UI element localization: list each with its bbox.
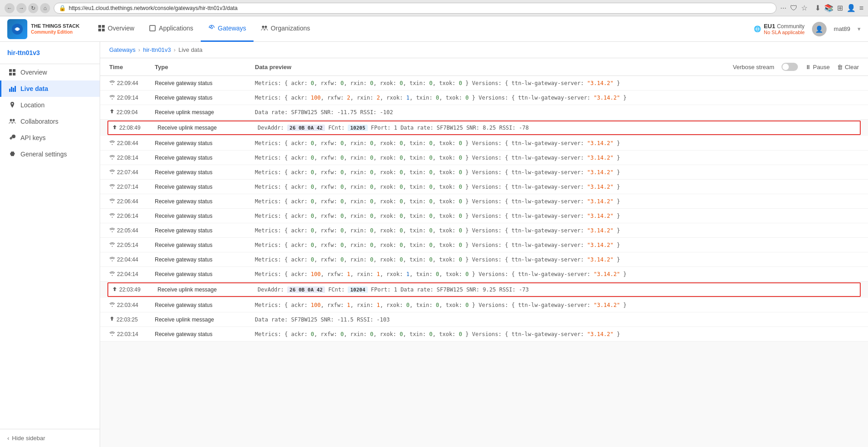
row-type: Receive gateway status: [155, 184, 255, 190]
sidebar-item-apikeys[interactable]: API keys: [0, 130, 100, 146]
time-value: 22:08:14: [117, 155, 138, 161]
row-time: 22:09:44: [109, 80, 155, 87]
user-avatar[interactable]: 👤: [812, 22, 827, 36]
table-row[interactable]: 22:04:44Receive gateway statusMetrics: {…: [100, 252, 868, 267]
table-row[interactable]: 22:03:14Receive gateway statusMetrics: {…: [100, 327, 868, 342]
time-value: 22:07:14: [117, 184, 138, 190]
table-row[interactable]: 22:06:14Receive gateway statusMetrics: {…: [100, 209, 868, 223]
row-data: DevAddr: 26 0B 0A 42 FCnt: 10204 FPort: …: [258, 286, 856, 293]
row-type: Receive uplink message: [155, 316, 255, 323]
table-row[interactable]: 22:03:49Receive uplink messageDevAddr: 2…: [107, 282, 861, 297]
table-row[interactable]: 22:05:14Receive gateway statusMetrics: {…: [100, 238, 868, 252]
table-row[interactable]: 22:04:14Receive gateway statusMetrics: {…: [100, 267, 868, 281]
globe-icon: 🌐: [754, 25, 761, 32]
col-header-type: Type: [155, 64, 255, 70]
row-time: 22:05:14: [109, 241, 155, 249]
app-layout: hir-ttn01v3 Overview Live data Location …: [0, 42, 868, 447]
row-data: Metrics: { ackr: 100, rxfw: 1, rxin: 1, …: [255, 302, 859, 308]
wifi-icon: [109, 212, 115, 220]
row-type: Receive gateway status: [155, 331, 255, 337]
row-data: Metrics: { ackr: 0, rxfw: 0, rxin: 0, rx…: [255, 198, 859, 205]
breadcrumb-current: Live data: [178, 46, 203, 53]
sidebar-item-overview[interactable]: Overview: [0, 64, 100, 80]
time-value: 22:05:14: [117, 242, 138, 248]
nav-overview[interactable]: Overview: [91, 16, 142, 42]
table-row[interactable]: 22:09:04Receive uplink messageData rate:…: [100, 105, 868, 120]
table-row[interactable]: 22:08:49Receive uplink messageDevAddr: 2…: [107, 121, 861, 135]
time-value: 22:09:14: [117, 95, 138, 101]
row-data: Metrics: { ackr: 0, rxfw: 0, rxin: 0, rx…: [255, 80, 859, 86]
col-header-time: Time: [109, 64, 155, 70]
svg-point-18: [13, 119, 15, 121]
pause-button[interactable]: ⏸ Pause: [805, 64, 830, 70]
sidebar-item-collaborators[interactable]: Collaborators: [0, 113, 100, 130]
bar-icon: [9, 85, 16, 92]
row-data: Data rate: SF7BW125 SNR: -11.5 RSSI: -10…: [255, 316, 859, 323]
svg-rect-11: [9, 73, 12, 75]
breadcrumb-gateway-id[interactable]: hir-ttn01v3: [143, 46, 171, 53]
forward-button[interactable]: →: [16, 3, 26, 13]
table-row[interactable]: 22:07:14Receive gateway statusMetrics: {…: [100, 180, 868, 194]
hide-sidebar-button[interactable]: ‹ Hide sidebar: [0, 429, 100, 447]
address-bar[interactable]: 🔒 https://eu1.cloud.thethings.network/co…: [54, 3, 777, 14]
table-row[interactable]: 22:05:44Receive gateway statusMetrics: {…: [100, 223, 868, 238]
browser-actions: ··· 🛡 ☆ ⬇ 📚 ⊞ 👤 ≡: [780, 4, 863, 12]
svg-rect-9: [9, 69, 12, 72]
region-sub: No SLA applicable: [764, 30, 805, 35]
row-data: Metrics: { ackr: 0, rxfw: 0, rxin: 0, rx…: [255, 256, 859, 263]
home-button[interactable]: ⌂: [40, 3, 50, 13]
table-row[interactable]: 22:09:44Receive gateway statusMetrics: {…: [100, 76, 868, 90]
row-data: Metrics: { ackr: 100, rxfw: 2, rxin: 2, …: [255, 95, 859, 101]
nav-links: Overview Applications Gateways Organizat…: [91, 16, 754, 42]
time-value: 22:08:44: [117, 140, 138, 146]
row-data: Metrics: { ackr: 0, rxfw: 0, rxin: 0, rx…: [255, 184, 859, 190]
back-button[interactable]: ←: [5, 3, 15, 13]
breadcrumb-sep-2: ›: [174, 46, 176, 53]
breadcrumb-gateways[interactable]: Gateways: [109, 46, 136, 53]
row-time: 22:03:44: [109, 301, 155, 309]
reload-button[interactable]: ↻: [28, 3, 38, 13]
wifi-icon: [109, 183, 115, 191]
user-dropdown-icon[interactable]: ▾: [858, 25, 861, 32]
svg-rect-16: [15, 86, 16, 92]
sidebar-gateway-id: hir-ttn01v3: [7, 49, 92, 56]
time-value: 22:04:14: [117, 271, 138, 277]
sidebar-item-generalsettings[interactable]: General settings: [0, 146, 100, 162]
sidebar-item-livedata[interactable]: Live data: [0, 80, 100, 97]
table-row[interactable]: 22:03:25Receive uplink messageData rate:…: [100, 312, 868, 327]
nav-organizations[interactable]: Organizations: [254, 16, 317, 42]
sidebar-item-location[interactable]: Location: [0, 97, 100, 113]
row-data: Data rate: SF7BW125 SNR: -11.75 RSSI: -1…: [255, 109, 859, 116]
logo-text: THE THINGS STACK Community Edition: [31, 23, 80, 34]
row-data: Metrics: { ackr: 0, rxfw: 0, rxin: 0, rx…: [255, 242, 859, 248]
svg-rect-15: [13, 88, 14, 92]
main-content: Gateways › hir-ttn01v3 › Live data Time …: [100, 42, 868, 447]
table-row[interactable]: 22:06:44Receive gateway statusMetrics: {…: [100, 194, 868, 209]
time-value: 22:05:44: [117, 227, 138, 234]
sidebar: hir-ttn01v3 Overview Live data Location …: [0, 42, 100, 447]
pause-icon: ⏸: [805, 64, 811, 70]
clear-button[interactable]: 🗑 Clear: [837, 64, 859, 70]
table-row[interactable]: 22:09:14Receive gateway statusMetrics: {…: [100, 90, 868, 105]
verbose-toggle[interactable]: [782, 63, 798, 71]
row-type: Receive gateway status: [155, 213, 255, 219]
table-row[interactable]: 22:08:14Receive gateway statusMetrics: {…: [100, 151, 868, 165]
logo-title: THE THINGS STACK: [31, 23, 80, 29]
table-row[interactable]: 22:03:44Receive gateway statusMetrics: {…: [100, 298, 868, 312]
row-time: 22:08:14: [109, 154, 155, 161]
row-time: 22:06:14: [109, 212, 155, 220]
table-header-bar: Time Type Data preview Verbose stream ⏸ …: [100, 58, 868, 76]
table-row[interactable]: 22:07:44Receive gateway statusMetrics: {…: [100, 165, 868, 180]
row-data: Metrics: { ackr: 0, rxfw: 0, rxin: 0, rx…: [255, 155, 859, 161]
table-controls: Verbose stream ⏸ Pause 🗑 Clear: [733, 63, 859, 71]
nav-gateways[interactable]: Gateways: [201, 16, 254, 42]
username: mat89: [834, 25, 850, 32]
logo-icon: [7, 19, 27, 39]
nav-applications[interactable]: Applications: [142, 16, 201, 42]
svg-rect-2: [98, 25, 101, 28]
row-type: Receive gateway status: [155, 271, 255, 277]
time-value: 22:04:44: [117, 256, 138, 263]
svg-rect-14: [11, 87, 12, 92]
table-row[interactable]: 22:08:44Receive gateway statusMetrics: {…: [100, 136, 868, 151]
gear-icon: [9, 151, 16, 158]
